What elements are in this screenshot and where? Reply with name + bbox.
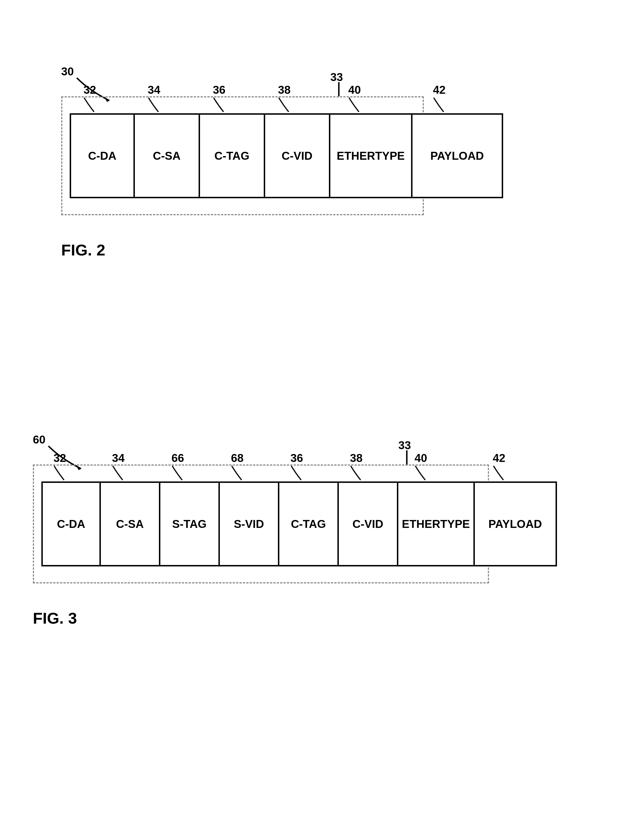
field-label: S-VID bbox=[234, 518, 264, 530]
callout-line-icon bbox=[348, 96, 362, 113]
field-svid: 68 S-VID bbox=[220, 482, 279, 567]
field-label: S-TAG bbox=[172, 518, 206, 530]
field-label: C-DA bbox=[57, 518, 85, 530]
field-payload: 42 PAYLOAD bbox=[412, 113, 503, 198]
callout-line-icon bbox=[230, 464, 244, 482]
callout-line-icon bbox=[492, 464, 506, 482]
callout-line-icon bbox=[414, 464, 428, 482]
field-cda: 32 C-DA bbox=[41, 482, 101, 567]
callout-line-icon bbox=[212, 96, 226, 113]
callout-line-icon bbox=[290, 464, 304, 482]
field-ref: 40 bbox=[348, 83, 361, 96]
frame-row: 32 C-DA 34 C-SA 66 S-TAG 68 S-VID 36 C-T… bbox=[41, 482, 580, 567]
frame-ref-label: 60 bbox=[33, 433, 45, 446]
field-ethertype: 40 ETHERTYPE bbox=[398, 482, 475, 567]
arrow-line-icon bbox=[401, 450, 412, 467]
field-ref: 36 bbox=[213, 83, 226, 96]
field-ref: 38 bbox=[350, 452, 363, 464]
field-stag: 66 S-TAG bbox=[161, 482, 220, 567]
field-ref: 42 bbox=[433, 83, 445, 96]
field-cvid: 38 C-VID bbox=[265, 113, 330, 198]
field-ref: 36 bbox=[290, 452, 303, 464]
frame-ref-label: 30 bbox=[61, 65, 74, 78]
field-csa: 34 C-SA bbox=[101, 482, 161, 567]
header-ref-label: 33 bbox=[330, 71, 343, 83]
field-label: C-DA bbox=[88, 150, 117, 162]
field-ref: 38 bbox=[278, 83, 291, 96]
field-ctag: 36 C-TAG bbox=[279, 482, 339, 567]
callout-line-icon bbox=[349, 464, 364, 482]
callout-line-icon bbox=[53, 464, 67, 482]
callout-line-icon bbox=[432, 96, 447, 113]
field-label: C-SA bbox=[153, 150, 181, 162]
field-label: C-TAG bbox=[215, 150, 250, 162]
callout-line-icon bbox=[83, 96, 97, 113]
figure-caption: FIG. 3 bbox=[33, 609, 77, 627]
field-label: C-VID bbox=[353, 518, 383, 530]
field-ref: 32 bbox=[83, 83, 96, 96]
arrow-line-icon bbox=[333, 82, 344, 99]
field-ref: 40 bbox=[415, 452, 427, 464]
callout-line-icon bbox=[111, 464, 126, 482]
field-ref: 68 bbox=[231, 452, 244, 464]
field-ref: 66 bbox=[171, 452, 184, 464]
field-label: ETHERTYPE bbox=[336, 150, 404, 162]
frame-row: 32 C-DA 34 C-SA 36 C-TAG 38 C-VID 40 ETH… bbox=[70, 113, 551, 198]
field-ref: 42 bbox=[493, 452, 506, 464]
field-ref: 34 bbox=[148, 83, 161, 96]
field-label: C-SA bbox=[116, 518, 144, 530]
figure-3: 60 33 32 C-DA 34 C-SA 66 S-TAG 68 S-VID bbox=[41, 482, 580, 567]
callout-line-icon bbox=[171, 464, 185, 482]
field-csa: 34 C-SA bbox=[135, 113, 200, 198]
field-label: C-TAG bbox=[291, 518, 326, 530]
figure-2: 30 33 32 C-DA 34 C-SA 36 C-TAG 38 C-VID bbox=[70, 113, 551, 198]
field-ref: 32 bbox=[53, 452, 66, 464]
field-label: PAYLOAD bbox=[488, 518, 542, 530]
field-label: ETHERTYPE bbox=[402, 518, 470, 530]
field-label: C-VID bbox=[282, 150, 312, 162]
field-cvid: 38 C-VID bbox=[339, 482, 398, 567]
field-payload: 42 PAYLOAD bbox=[475, 482, 557, 567]
field-label: PAYLOAD bbox=[430, 150, 484, 162]
field-ref: 34 bbox=[112, 452, 125, 464]
field-ethertype: 40 ETHERTYPE bbox=[330, 113, 412, 198]
figure-caption: FIG. 2 bbox=[61, 241, 105, 259]
field-cda: 32 C-DA bbox=[70, 113, 135, 198]
callout-line-icon bbox=[147, 96, 161, 113]
header-ref-label: 33 bbox=[398, 439, 411, 452]
field-ctag: 36 C-TAG bbox=[200, 113, 265, 198]
callout-line-icon bbox=[277, 96, 292, 113]
